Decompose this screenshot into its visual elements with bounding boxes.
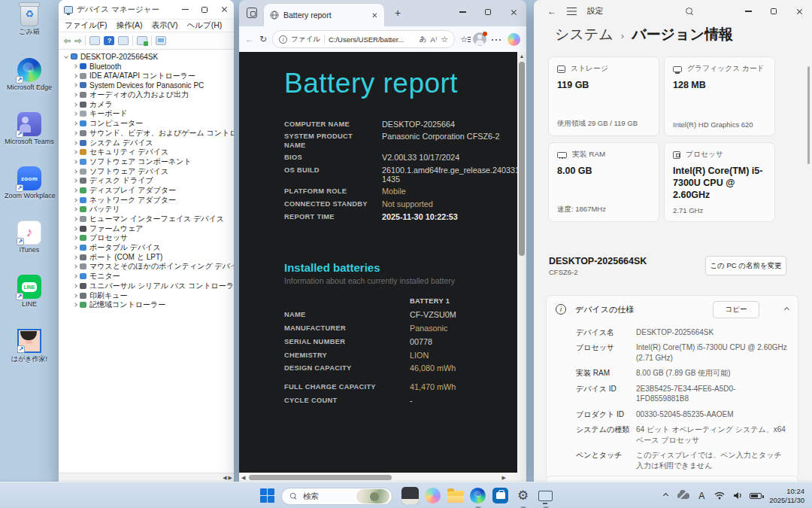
collapse-chevron-icon[interactable] bbox=[64, 55, 68, 59]
tree-item[interactable]: ソフトウェア デバイス bbox=[63, 166, 234, 176]
scroll-up-icon[interactable]: ▲ bbox=[520, 53, 525, 59]
tree-item[interactable]: ポート (COM と LPT) bbox=[63, 252, 234, 262]
desktop-icon[interactable]: Microsoft Edge bbox=[5, 58, 54, 111]
tree-root[interactable]: DESKTOP-2025664SK bbox=[63, 52, 234, 62]
menu-item[interactable]: ファイル(F) bbox=[65, 20, 107, 31]
scrollbar-thumb[interactable] bbox=[249, 475, 392, 480]
scroll-right-icon[interactable]: ▶ bbox=[229, 475, 232, 480]
taskbar-store[interactable] bbox=[491, 486, 510, 505]
tree-item[interactable]: ディスプレイ アダプター bbox=[63, 186, 234, 196]
tree-item[interactable]: ソフトウェア コンポーネント bbox=[63, 157, 234, 167]
expand-chevron-icon[interactable] bbox=[73, 294, 77, 298]
close-button[interactable] bbox=[501, 0, 526, 24]
new-tab-button[interactable] bbox=[391, 7, 404, 20]
favorites-hub-icon[interactable] bbox=[460, 35, 468, 44]
tree-item[interactable]: IDE ATA/ATAPI コントローラー bbox=[63, 71, 234, 81]
search-icon[interactable] bbox=[686, 8, 694, 16]
expand-chevron-icon[interactable] bbox=[73, 245, 77, 250]
expand-chevron-icon[interactable] bbox=[73, 93, 77, 97]
back-icon[interactable]: ← bbox=[245, 35, 254, 44]
settings-scrollbar-thumb[interactable] bbox=[807, 66, 810, 164]
favorite-star-icon[interactable] bbox=[441, 35, 448, 44]
expand-chevron-icon[interactable] bbox=[73, 178, 77, 183]
ime-mode-indicator[interactable]: A bbox=[692, 491, 710, 501]
maximize-button[interactable] bbox=[761, 0, 786, 23]
rename-pc-button[interactable]: この PC の名前を変更 bbox=[705, 256, 786, 275]
tree-item[interactable]: ファームウェア bbox=[63, 224, 234, 233]
hidden-icons-chevron[interactable] bbox=[656, 494, 674, 497]
spec-card[interactable]: 実装 RAM 8.00 GB 速度: 1867MHz bbox=[548, 142, 659, 222]
desktop-icon[interactable]: Zoom Workplace bbox=[5, 166, 54, 219]
read-aloud-icon[interactable]: A⁾ bbox=[431, 35, 438, 44]
tree-item[interactable]: モニター bbox=[63, 272, 234, 281]
scrollbar-thumb[interactable] bbox=[519, 62, 525, 256]
menu-item[interactable]: 表示(V) bbox=[151, 20, 177, 31]
expand-chevron-icon[interactable] bbox=[73, 150, 77, 154]
expand-chevron-icon[interactable] bbox=[73, 217, 77, 221]
tree-item[interactable]: マウスとそのほかのポインティング デバイス bbox=[63, 262, 234, 272]
maximize-button[interactable] bbox=[475, 0, 501, 24]
refresh-icon[interactable]: ↻ bbox=[259, 35, 267, 44]
taskbar-settings[interactable] bbox=[514, 486, 532, 505]
expand-chevron-icon[interactable] bbox=[73, 121, 77, 126]
translate-icon[interactable]: あ bbox=[420, 35, 427, 44]
start-button[interactable] bbox=[258, 486, 277, 505]
tree-item[interactable]: 印刷キュー bbox=[63, 291, 234, 300]
expand-chevron-icon[interactable] bbox=[73, 255, 77, 260]
scroll-left-icon[interactable]: ◀ bbox=[241, 475, 245, 480]
breadcrumb-parent[interactable]: システム bbox=[555, 25, 614, 44]
scroll-left-icon[interactable]: ◀ bbox=[223, 475, 226, 480]
spec-card[interactable]: グラフィックス カード 128 MB Intel(R) HD Graphics … bbox=[664, 56, 775, 136]
expand-chevron-icon[interactable] bbox=[73, 102, 77, 107]
tree-item[interactable]: セキュリティ デバイス bbox=[63, 148, 234, 157]
tab-actions-icon[interactable] bbox=[247, 8, 257, 18]
minimize-button[interactable] bbox=[735, 0, 761, 23]
horizontal-scrollbar[interactable]: ◀ ▶ bbox=[239, 473, 517, 482]
expand-chevron-icon[interactable] bbox=[73, 112, 77, 117]
close-button[interactable] bbox=[786, 0, 812, 23]
scroll-right-icon[interactable]: ▶ bbox=[502, 475, 506, 480]
tree-item[interactable]: バッテリ bbox=[63, 205, 234, 214]
tree-item[interactable]: ディスク ドライブ bbox=[63, 176, 234, 186]
tree-item[interactable]: ユニバーサル シリアル バス コントローラー bbox=[63, 281, 234, 291]
menu-item[interactable]: 操作(A) bbox=[116, 20, 142, 31]
expand-chevron-icon[interactable] bbox=[73, 236, 77, 241]
maximize-button[interactable] bbox=[195, 0, 214, 19]
help-icon[interactable] bbox=[104, 36, 114, 45]
desktop-icon[interactable]: はがき作家! bbox=[5, 329, 54, 382]
tree-item[interactable]: ヒューマン インターフェイス デバイス bbox=[63, 214, 234, 224]
vertical-scrollbar[interactable]: ▲ bbox=[517, 52, 526, 473]
copilot-icon[interactable] bbox=[508, 33, 520, 46]
spec-card[interactable]: ストレージ 119 GB 使用領域 29 GB / 119 GB bbox=[548, 56, 659, 136]
properties-icon[interactable] bbox=[118, 36, 129, 45]
close-button[interactable] bbox=[214, 0, 234, 19]
taskbar-app-dark[interactable] bbox=[401, 486, 420, 505]
tree-item[interactable]: ネットワーク アダプター bbox=[63, 195, 234, 205]
speaker-icon[interactable] bbox=[729, 491, 747, 500]
tree-item[interactable]: オーディオの入力および出力 bbox=[63, 90, 234, 100]
expand-chevron-icon[interactable] bbox=[73, 208, 77, 212]
tree-item[interactable]: カメラ bbox=[63, 99, 234, 109]
export-icon[interactable] bbox=[137, 36, 147, 45]
desktop-icon[interactable]: LINE bbox=[5, 275, 54, 327]
taskbar-copilot[interactable] bbox=[423, 486, 442, 505]
tree-item[interactable]: Bluetooth bbox=[63, 62, 234, 71]
profile-avatar[interactable] bbox=[473, 32, 486, 46]
tree-item[interactable]: サウンド、ビデオ、およびゲーム コントローラー bbox=[63, 129, 234, 138]
tree-item[interactable]: 記憶域コントローラー bbox=[63, 300, 234, 310]
taskbar-search[interactable]: 検索 bbox=[281, 488, 392, 505]
tree-item[interactable]: ポータブル デバイス bbox=[63, 243, 234, 253]
expand-chevron-icon[interactable] bbox=[73, 227, 77, 231]
expand-chevron-icon[interactable] bbox=[73, 274, 77, 278]
expand-chevron-icon[interactable] bbox=[73, 265, 77, 269]
expand-chevron-icon[interactable] bbox=[73, 198, 77, 202]
copy-button[interactable]: コピー bbox=[713, 301, 759, 318]
address-url[interactable]: C:/Users/USER/batter... bbox=[329, 35, 416, 44]
expand-chevron-icon[interactable] bbox=[73, 84, 77, 88]
expand-chevron-icon[interactable] bbox=[73, 160, 77, 164]
expand-chevron-icon[interactable] bbox=[73, 131, 77, 135]
tab-close-icon[interactable] bbox=[371, 12, 377, 18]
console-tree-icon[interactable] bbox=[89, 36, 100, 45]
forward-icon[interactable]: ⇨ bbox=[74, 37, 81, 45]
expand-chevron-icon[interactable] bbox=[73, 303, 77, 307]
